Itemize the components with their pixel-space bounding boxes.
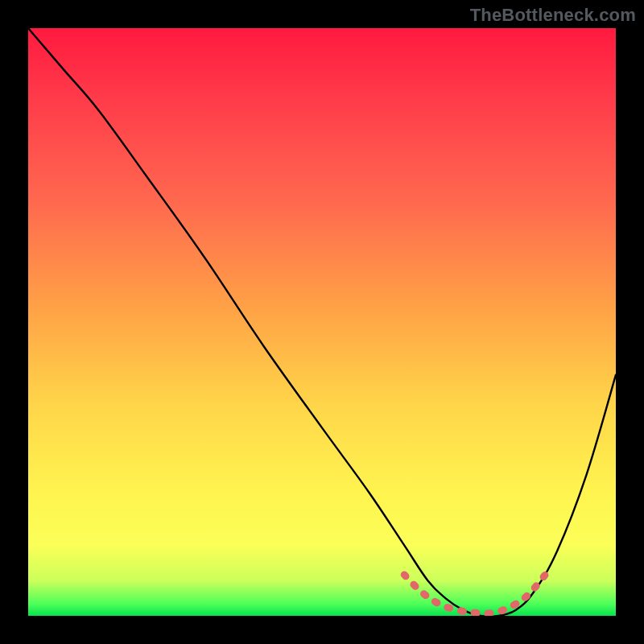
chart-frame: TheBottleneck.com xyxy=(0,0,644,644)
watermark-label: TheBottleneck.com xyxy=(470,5,636,26)
plot-gradient-background xyxy=(28,28,616,616)
